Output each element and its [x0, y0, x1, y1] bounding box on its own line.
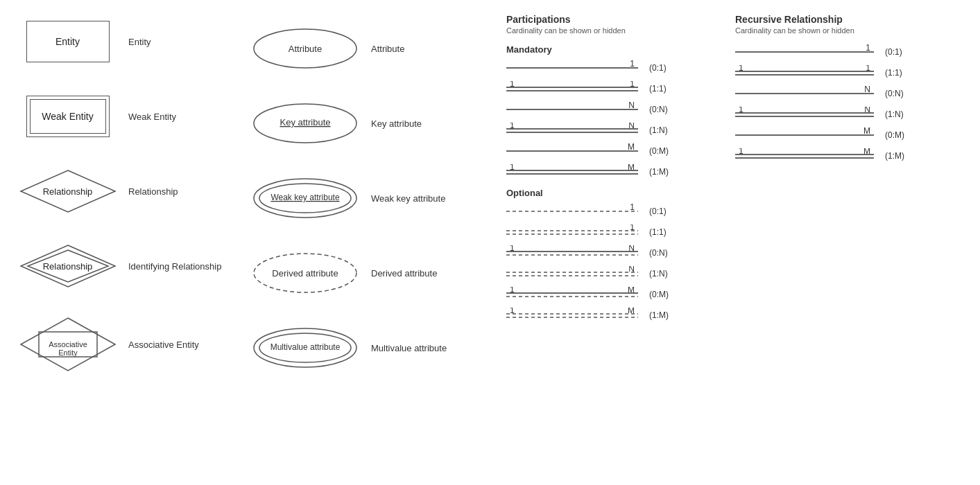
associative-svg: Associative Entity	[19, 317, 117, 372]
svg-text:1: 1	[510, 123, 515, 130]
part-line-area-m-1n: 1 N	[506, 123, 645, 138]
derived-attr-ellipse-container: Derived attribute	[250, 251, 361, 296]
rec-line-area-0n: N	[735, 86, 881, 101]
rec-line-svg-01: 1	[735, 44, 881, 60]
entity-shape: Entity	[26, 21, 110, 62]
part-row-m-1n: 1 N (1:N)	[506, 123, 728, 138]
associative-shape: Associative Entity	[19, 317, 117, 372]
rec-line-svg-1n: 1 N	[735, 107, 881, 122]
participations-subtitle: Cardinality can be shown or hidden	[506, 26, 728, 35]
rec-row-1m: 1 M (1:M)	[735, 148, 950, 164]
part-card-m-1m: (1:M)	[649, 167, 669, 177]
entity-shape-container: Entity	[14, 21, 121, 62]
svg-text:1: 1	[510, 245, 515, 253]
multivalue-attr-label: Multivalue attribute	[371, 343, 447, 353]
part-card-o-1n: (1:N)	[649, 269, 668, 279]
weak-key-attr-row: Weak key attribute Weak key attribute	[250, 170, 499, 226]
key-attr-label: Key attribute	[371, 118, 422, 129]
svg-text:M: M	[628, 287, 635, 294]
part-row-m-11: 1 1 (1:1)	[506, 81, 728, 96]
weak-key-attr-ellipse-svg: Weak key attribute	[252, 176, 359, 221]
participations-title: Participations	[506, 14, 728, 25]
part-line-area-o-1m: 1 M	[506, 308, 645, 323]
key-attr-row: Key attribute Key attribute	[250, 96, 499, 151]
entity-shape-label: Entity	[55, 36, 80, 47]
derived-attr-ellipse-svg: Derived attribute	[252, 251, 359, 296]
svg-text:Entity: Entity	[58, 349, 78, 357]
svg-text:1: 1	[510, 308, 515, 315]
part-line-area-m-11: 1 1	[506, 81, 645, 96]
derived-attr-row: Derived attribute Derived attribute	[250, 245, 499, 301]
rec-card-1n: (1:N)	[885, 109, 904, 119]
attribute-row: Attribute Attribute	[250, 21, 499, 76]
mandatory-title: Mandatory	[506, 44, 728, 55]
multivalue-attr-ellipse-container: Multivalue attribute	[250, 326, 361, 371]
part-line-svg-o-0n: 1 N	[506, 245, 645, 261]
attribute-label: Attribute	[371, 44, 404, 54]
part-line-area-o-1n: N	[506, 266, 645, 281]
svg-text:M: M	[863, 148, 870, 156]
relationship-shape-container: Relationship	[14, 169, 121, 214]
part-card-m-11: (1:1)	[649, 84, 667, 94]
key-attr-ellipse-svg: Key attribute	[252, 101, 359, 146]
svg-text:1: 1	[510, 81, 515, 89]
rec-card-11: (1:1)	[885, 68, 902, 78]
part-line-area-m-01: 1	[506, 60, 645, 76]
svg-text:N: N	[628, 123, 635, 130]
recursive-panel: Recursive Relationship Cardinality can b…	[728, 14, 950, 395]
rec-line-svg-0m: M	[735, 127, 881, 143]
rec-line-area-1n: 1 N	[735, 107, 881, 122]
svg-text:N: N	[864, 107, 870, 114]
rec-row-0n: N (0:N)	[735, 86, 950, 101]
rec-row-11: 1 1 (1:1)	[735, 65, 950, 80]
part-line-area-o-0n: 1 N	[506, 245, 645, 261]
part-card-o-01: (0:1)	[649, 206, 667, 216]
weak-entity-row: Weak Entity Weak Entity	[14, 89, 250, 144]
svg-text:Key attribute: Key attribute	[280, 117, 330, 127]
svg-text:M: M	[863, 127, 870, 136]
part-line-area-o-11: 1	[506, 224, 645, 240]
svg-text:M: M	[628, 308, 635, 315]
optional-title: Optional	[506, 188, 728, 198]
rec-line-svg-11: 1 1	[735, 65, 881, 80]
rec-card-1m: (1:M)	[885, 151, 904, 161]
relationship-label: Relationship	[128, 186, 178, 197]
svg-text:1: 1	[510, 287, 515, 294]
rec-line-area-11: 1 1	[735, 65, 881, 80]
shapes-col2: Attribute Attribute Key attribute Key at…	[250, 14, 499, 395]
weak-entity-shape-container: Weak Entity	[14, 96, 121, 137]
recursive-title: Recursive Relationship	[735, 14, 950, 25]
identifying-rel-diamond: Relationship	[19, 244, 117, 289]
rec-line-area-1m: 1 M	[735, 148, 881, 164]
svg-text:M: M	[628, 143, 635, 152]
svg-text:Associative: Associative	[49, 340, 87, 349]
svg-text:N: N	[628, 266, 635, 274]
participations-panel: Participations Cardinality can be shown …	[499, 14, 728, 395]
svg-text:N: N	[628, 245, 635, 253]
svg-text:1: 1	[630, 224, 635, 232]
part-row-m-01: 1 (0:1)	[506, 60, 728, 76]
svg-text:1: 1	[630, 81, 635, 89]
svg-text:1: 1	[739, 148, 743, 156]
part-row-m-1m: 1 M (1:M)	[506, 164, 728, 179]
svg-text:1: 1	[739, 65, 743, 73]
identifying-rel-shape-container: Relationship	[14, 244, 121, 289]
part-row-o-1n: N (1:N)	[506, 266, 728, 281]
part-line-svg-o-1m: 1 M	[506, 308, 645, 323]
associative-label: Associative Entity	[128, 340, 199, 350]
part-card-m-0n: (0:N)	[649, 105, 668, 114]
svg-text:Attribute: Attribute	[288, 44, 321, 54]
svg-text:Weak key attribute: Weak key attribute	[270, 193, 339, 202]
rec-row-1n: 1 N (1:N)	[735, 107, 950, 122]
svg-text:1: 1	[510, 164, 515, 172]
rec-line-svg-1m: 1 M	[735, 148, 881, 164]
multivalue-attr-ellipse-svg: Multivalue attribute	[252, 326, 359, 371]
rec-row-0m: M (0:M)	[735, 127, 950, 143]
svg-text:Multivalue attribute: Multivalue attribute	[270, 342, 340, 352]
part-line-area-o-01: 1	[506, 204, 645, 219]
svg-text:M: M	[628, 164, 635, 172]
svg-text:Derived attribute: Derived attribute	[272, 268, 338, 279]
shapes-col1: Entity Entity Weak Entity Weak Entity	[14, 14, 250, 395]
svg-text:1: 1	[630, 60, 635, 69]
identifying-rel-row: Relationship Identifying Relationship	[14, 238, 250, 294]
